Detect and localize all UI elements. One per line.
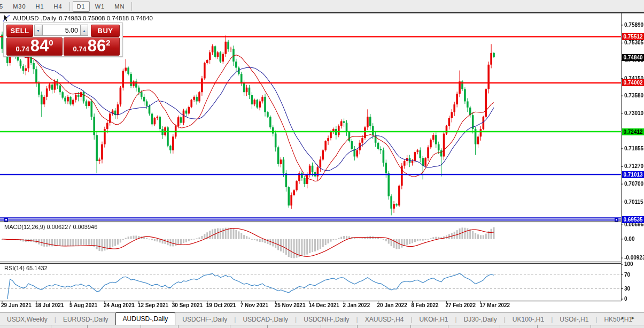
timeframe-button-w1[interactable]: W1 — [91, 1, 110, 12]
status-strip-notch — [51, 325, 51, 328]
macd-name: MACD(12,26,9) — [4, 224, 45, 230]
date-axis-label: 8 Feb 2022 — [412, 302, 439, 308]
date-axis-label: 7 Nov 2021 — [240, 302, 268, 308]
symbol-tab-bar: USDX,Weekly|EURUSD-,DailyAUDUSD-,DailyUS… — [0, 312, 644, 325]
status-strip-notch — [141, 325, 141, 328]
timeframe-toolbar: 5M30H1H4D1W1MN — [0, 0, 644, 13]
macd-main-value: 0.006227 — [46, 224, 71, 230]
status-strip-notch — [410, 325, 411, 328]
timeframe-button-mn[interactable]: MN — [110, 1, 129, 12]
sell-button[interactable]: SELL — [6, 25, 33, 37]
cursor-arrow-icon — [3, 14, 10, 22]
sell-price-big-digits: 84 — [30, 38, 49, 54]
date-axis-label: 14 Dec 2021 — [309, 302, 339, 308]
price-level-badge: 0.69535 — [622, 216, 644, 223]
status-strip-notch — [591, 325, 591, 328]
date-axis-label: 19 Oct 2021 — [206, 302, 236, 308]
price-axis-tick-label: 0.70700 — [624, 181, 644, 187]
buy-price-tile[interactable]: 0.74 86 2 — [64, 37, 120, 56]
buy-price-big-digits: 86 — [88, 38, 106, 54]
timeframe-button-m30[interactable]: M30 — [9, 1, 30, 12]
date-axis-label: 2 Jan 2022 — [343, 302, 370, 308]
rsi-indicator-label: RSI(14) 65.1432 — [4, 265, 48, 271]
price-axis-tick-label: 0.70115 — [624, 199, 644, 205]
timeframe-button-h1[interactable]: H1 — [32, 1, 49, 12]
price-axis-tick-label: 0.71855 — [624, 146, 644, 151]
date-axis-label: 27 Feb 2022 — [445, 302, 476, 308]
price-level-badge: 0.74002 — [622, 79, 644, 86]
symbol-tab-usdx-weekly[interactable]: USDX,Weekly — [0, 314, 55, 325]
rsi-axis-tick-label: 70 — [624, 272, 644, 278]
symbol-tab-audusd-daily[interactable]: AUDUSD-,Daily — [115, 312, 176, 325]
macd-axis-tick-label: -0.00923 — [624, 255, 644, 261]
macd-axis-tick-label: 0.00 — [624, 236, 644, 242]
rsi-axis-tick-label: 0 — [624, 296, 644, 302]
date-axis-label: 20 Jan 2022 — [377, 302, 407, 308]
status-strip-notch — [230, 325, 230, 328]
chart-ohlc-readout: 0.74983 0.75008 0.74818 0.74840 — [59, 15, 153, 21]
symbol-tab-dj30-daily[interactable]: DJ30-,Daily — [457, 314, 504, 325]
buy-button[interactable]: BUY — [91, 25, 120, 37]
buy-price-prefix: 0.74 — [73, 45, 86, 53]
macd-signal-value: 0.003946 — [73, 224, 97, 230]
timeframe-button-5[interactable]: 5 — [0, 1, 7, 12]
symbol-tab-usdchf-daily[interactable]: USDCHF-,Daily — [175, 314, 234, 325]
current-price-badge: 0.74840 — [622, 54, 644, 61]
tab-scroll-right-icon[interactable]: ► — [631, 315, 642, 321]
status-strip-notch — [500, 325, 500, 328]
date-axis-label: 12 Sep 2021 — [138, 302, 168, 308]
rsi-name: RSI(14) — [4, 265, 25, 271]
price-level-badge: 0.71013 — [622, 171, 644, 178]
date-axis-label: 29 Jun 2021 — [1, 302, 32, 308]
symbol-tab-usdcnh-daily[interactable]: USDCNH-,Daily — [297, 314, 356, 325]
symbol-tab-uk100-h1[interactable]: UK100-,H1 — [506, 314, 551, 325]
date-axis-label: 17 Mar 2022 — [479, 302, 510, 308]
toolbar-separator — [131, 2, 132, 11]
macd-indicator-label: MACD(12,26,9) 0.006227 0.003946 — [4, 224, 97, 230]
bottom-status-strip — [0, 325, 644, 328]
price-level-badge: 0.72412 — [622, 128, 644, 135]
status-strip-notch — [357, 325, 358, 328]
date-axis-label: 30 Sep 2021 — [172, 302, 203, 308]
status-strip-notch — [537, 325, 538, 328]
status-strip-notch — [87, 325, 88, 328]
trading-terminal-window: 5M30H1H4D1W1MN AUDUSD-,Daily 0.74983 0.7… — [0, 0, 644, 328]
date-axis-label: 18 Jul 2021 — [35, 302, 64, 308]
date-axis-label: 5 Aug 2021 — [69, 302, 97, 308]
chart-symbol-period: AUDUSD-,Daily — [13, 15, 56, 21]
price-level-badge: 0.75512 — [622, 33, 644, 40]
price-axis-tick-label: 0.73010 — [624, 110, 644, 116]
status-strip-notch — [178, 325, 179, 328]
price-axis-tick-label: 0.75890 — [624, 22, 644, 28]
date-axis-label: 25 Nov 2021 — [275, 302, 306, 308]
symbol-tab-eurusd-daily[interactable]: EURUSD-,Daily — [56, 314, 115, 325]
status-strip-notch — [321, 325, 321, 328]
price-axis-tick-label: 0.71270 — [624, 163, 644, 169]
timeframe-button-d1[interactable]: D1 — [73, 1, 90, 12]
volume-input[interactable] — [42, 25, 81, 36]
buy-price-pip-digit: 2 — [106, 38, 110, 47]
date-axis-label: 24 Aug 2021 — [104, 302, 135, 308]
symbol-tab-usoil-h1[interactable]: USOil-,H1 — [553, 314, 595, 325]
sell-price-prefix: 0.74 — [15, 45, 29, 53]
sell-price-tile[interactable]: 0.74 84 0 — [6, 37, 63, 56]
price-axis-tick-label: 0.75305 — [624, 40, 644, 45]
volume-increase-button[interactable]: ▲ — [80, 25, 88, 36]
tab-scroll-left-icon[interactable]: ◄ — [619, 315, 631, 321]
symbol-tab-xauusd-h4[interactable]: XAUUSD-,H4 — [358, 314, 411, 325]
rsi-axis-tick-label: 100 — [624, 261, 644, 267]
tab-scroll-arrows: ◄► — [619, 315, 642, 321]
toolbar-separator — [69, 2, 70, 11]
one-click-trade-panel: SELL ▼ ▲ BUY 0.74 84 0 0.74 86 2 — [3, 22, 123, 57]
price-axis-tick-label: 0.73580 — [624, 93, 644, 98]
rsi-value: 65.1432 — [26, 265, 48, 271]
chart-window-top-border — [0, 12, 644, 13]
status-strip-notch — [448, 325, 448, 328]
symbol-tab-ukoil-h1[interactable]: UKOil-,H1 — [413, 314, 455, 325]
timeframe-button-h4[interactable]: H4 — [50, 1, 67, 12]
status-strip-notch — [267, 325, 268, 328]
rsi-axis-tick-label: 30 — [624, 286, 644, 292]
symbol-tab-usdcad-daily[interactable]: USDCAD-,Daily — [236, 314, 295, 325]
volume-decrease-button[interactable]: ▼ — [34, 25, 42, 36]
sell-price-pip-digit: 0 — [49, 38, 53, 47]
